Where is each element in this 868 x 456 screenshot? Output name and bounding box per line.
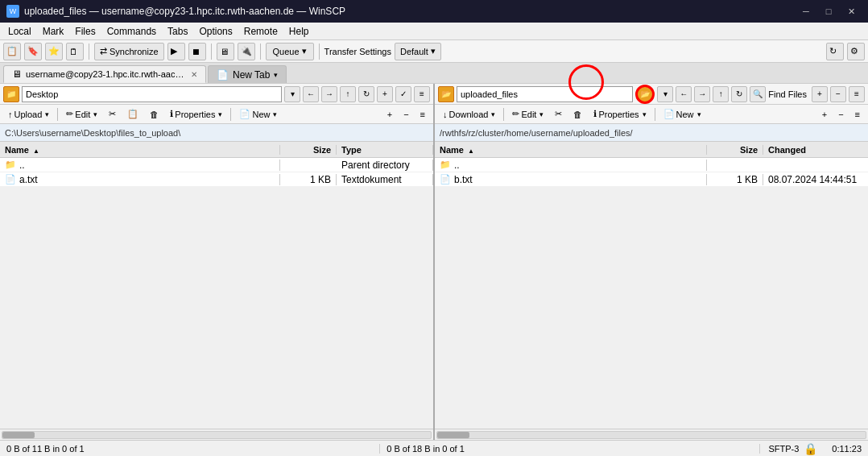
left-copy-button[interactable]: 📋 bbox=[122, 106, 143, 122]
tab-main[interactable]: 🖥 username@copy23-1.hpc.itc.rwth-aachen.… bbox=[3, 65, 206, 83]
left-col-size-header[interactable]: Size bbox=[280, 145, 337, 155]
right-panel-expand[interactable]: + bbox=[817, 106, 832, 122]
right-btxt-changed: 08.07.2024 14:44:51 bbox=[763, 174, 868, 185]
right-addr-left[interactable]: ← bbox=[676, 86, 692, 102]
right-col-changed-header[interactable]: Changed bbox=[763, 145, 868, 155]
left-file-row-parent[interactable]: 📁 .. Parent directory bbox=[0, 158, 433, 172]
toolbar-icon2[interactable]: 🔖 bbox=[24, 43, 42, 60]
pt-sep2 bbox=[230, 108, 231, 121]
right-find-files-label[interactable]: Find Files bbox=[768, 89, 807, 99]
left-edit-button[interactable]: ✏ Edit bbox=[61, 106, 102, 122]
maximize-button[interactable]: □ bbox=[818, 3, 839, 19]
toolbar-extra[interactable]: ⚙ bbox=[847, 43, 865, 60]
menu-mark[interactable]: Mark bbox=[38, 25, 69, 38]
right-col-size-header[interactable]: Size bbox=[707, 145, 763, 155]
transfer-settings-label: Transfer Settings bbox=[324, 47, 391, 56]
rpt-sep1 bbox=[503, 108, 504, 121]
menu-options[interactable]: Options bbox=[194, 25, 237, 38]
menu-local[interactable]: Local bbox=[3, 25, 36, 38]
left-addr-refresh[interactable]: ↻ bbox=[358, 86, 374, 102]
menu-help[interactable]: Help bbox=[284, 25, 314, 38]
transfer-default-button[interactable]: Default ▾ bbox=[395, 43, 441, 60]
left-properties-button[interactable]: ℹ Properties bbox=[165, 106, 227, 122]
menu-files[interactable]: Files bbox=[70, 25, 100, 38]
menu-commands[interactable]: Commands bbox=[102, 25, 161, 38]
left-cut-button[interactable]: ✂ bbox=[104, 106, 121, 122]
left-addr-list[interactable]: ≡ bbox=[414, 86, 430, 102]
toolbar-icon4[interactable]: 🗒 bbox=[66, 43, 84, 60]
left-addr-check[interactable]: ✓ bbox=[395, 86, 411, 102]
left-file-list-container[interactable]: Name ▲ Size Type 📁 bbox=[0, 142, 433, 429]
toolbar-icon8[interactable]: 🔌 bbox=[238, 43, 255, 60]
left-delete-button[interactable]: 🗑 bbox=[145, 106, 163, 122]
properties-icon: ℹ bbox=[170, 109, 173, 119]
sync-icon: ⇄ bbox=[100, 46, 107, 56]
right-addr-open-folder[interactable]: 📂 bbox=[635, 85, 655, 104]
right-col-name-header[interactable]: Name ▲ bbox=[435, 145, 707, 155]
toolbar-icon5[interactable]: ▶ bbox=[167, 43, 185, 60]
right-addr-right[interactable]: → bbox=[694, 86, 710, 102]
left-addr-left[interactable]: ← bbox=[303, 86, 319, 102]
menu-remote[interactable]: Remote bbox=[239, 25, 283, 38]
left-path-text: C:\Users\username\Desktop\files_to_uploa… bbox=[5, 128, 180, 138]
queue-button[interactable]: Queue ▾ bbox=[266, 43, 314, 60]
right-address-bar: 📂 📂 ▾ ← → ↑ ↻ 🔍 Find Files + − ≡ bbox=[435, 84, 868, 105]
left-col-type-header[interactable]: Type bbox=[337, 145, 433, 155]
right-address-input[interactable] bbox=[457, 86, 633, 102]
right-addr-minus[interactable]: − bbox=[830, 86, 846, 102]
close-button[interactable]: ✕ bbox=[841, 3, 862, 19]
minimize-button[interactable]: ─ bbox=[796, 3, 816, 19]
left-file-row-atxt[interactable]: 📄 a.txt 1 KB Textdokument bbox=[0, 172, 433, 187]
connection-time: 0:11:23 bbox=[825, 444, 868, 454]
right-addr-up[interactable]: ↑ bbox=[713, 86, 729, 102]
file-icon-btxt: 📄 bbox=[440, 174, 451, 185]
tab-new[interactable]: 📄 New Tab ▾ bbox=[208, 65, 287, 83]
left-panel-shrink[interactable]: − bbox=[399, 106, 413, 122]
left-hscroll[interactable] bbox=[0, 429, 433, 440]
left-hscroll-thumb[interactable] bbox=[2, 432, 35, 438]
right-find-files[interactable]: 🔍 bbox=[750, 86, 766, 102]
left-panel-toolbar: ↑ Upload ✏ Edit ✂ 📋 🗑 ℹ Properties 📄 bbox=[0, 105, 433, 124]
download-button[interactable]: ↓ Download bbox=[438, 106, 500, 122]
left-col-name-header[interactable]: Name ▲ bbox=[0, 145, 280, 155]
toolbar-icon7[interactable]: 🖥 bbox=[217, 43, 234, 60]
toolbar-icon1[interactable]: 📋 bbox=[3, 43, 21, 60]
left-addr-plus[interactable]: + bbox=[377, 86, 393, 102]
synchronize-button[interactable]: ⇄ Synchronize bbox=[94, 43, 164, 60]
right-addr-arrow[interactable]: ▾ bbox=[657, 86, 673, 102]
right-addr-plus[interactable]: + bbox=[812, 86, 828, 102]
right-file-row-btxt[interactable]: 📄 b.txt 1 KB 08.07.2024 14:44:51 bbox=[435, 172, 868, 187]
left-addr-arrow[interactable]: ▾ bbox=[284, 86, 300, 102]
toolbar-icon3[interactable]: ⭐ bbox=[45, 43, 63, 60]
left-panel-settings[interactable]: ≡ bbox=[415, 106, 430, 122]
right-new-button[interactable]: 📄 New bbox=[659, 106, 706, 122]
right-edit-button[interactable]: ✏ Edit bbox=[507, 106, 548, 122]
sftp-label: SFTP-3 bbox=[768, 444, 799, 454]
toolbar-sep3 bbox=[260, 44, 261, 60]
right-panel-shrink[interactable]: − bbox=[833, 106, 848, 122]
toolbar-icon6[interactable]: ⏹ bbox=[188, 43, 206, 60]
left-hscroll-track[interactable] bbox=[2, 431, 432, 439]
left-address-input[interactable] bbox=[22, 86, 282, 102]
pt-sep1 bbox=[57, 108, 58, 121]
left-addr-right[interactable]: → bbox=[321, 86, 337, 102]
left-new-button[interactable]: 📄 New bbox=[234, 106, 282, 122]
left-panel-expand[interactable]: + bbox=[382, 106, 397, 122]
left-addr-up[interactable]: ↑ bbox=[340, 86, 356, 102]
right-file-list-container[interactable]: Name ▲ Size Changed 📁 bbox=[435, 142, 868, 429]
right-addr-list[interactable]: ≡ bbox=[849, 86, 865, 102]
right-file-row-parent[interactable]: 📁 .. bbox=[435, 158, 868, 172]
right-properties-button[interactable]: ℹ Properties bbox=[589, 106, 651, 122]
right-new-icon: 📄 bbox=[663, 109, 675, 119]
right-hscroll-thumb[interactable] bbox=[437, 432, 469, 438]
toolbar-refresh[interactable]: ↻ bbox=[826, 43, 844, 60]
right-panel-settings[interactable]: ≡ bbox=[850, 106, 865, 122]
right-delete-button[interactable]: 🗑 bbox=[568, 106, 587, 122]
right-hscroll[interactable] bbox=[435, 429, 868, 440]
tab-close-button[interactable]: ✕ bbox=[191, 70, 197, 79]
upload-button[interactable]: ↑ Upload bbox=[3, 106, 54, 122]
right-cut-button[interactable]: ✂ bbox=[550, 106, 567, 122]
right-hscroll-track[interactable] bbox=[436, 431, 866, 439]
menu-tabs[interactable]: Tabs bbox=[163, 25, 192, 38]
right-addr-refresh[interactable]: ↻ bbox=[731, 86, 747, 102]
